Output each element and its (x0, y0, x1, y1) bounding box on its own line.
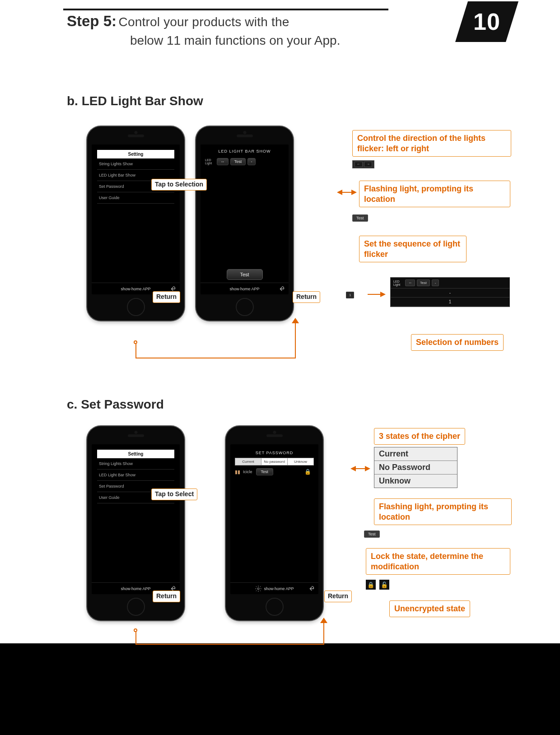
phone-c2: SET PASSWORD Current No password Unknow … (226, 426, 323, 620)
seg-unknow[interactable]: Unknow (288, 458, 313, 465)
menu-item-string-lights[interactable]: String Lights Show (97, 458, 174, 470)
lock-icon[interactable]: 🔒 (304, 469, 311, 475)
step-text-line2: below 11 main functions on your App. (130, 33, 410, 48)
screen-title: LED LIGHT BAR SHOW (201, 144, 289, 155)
lock-closed-icon: 🔒 (366, 580, 376, 590)
callout-flashing-b: Flashing light, prompting its location (359, 181, 510, 207)
password-row: ▮▮ Icicle Test 🔒 (235, 468, 314, 475)
menu-item-string-lights[interactable]: String Lights Show (97, 158, 174, 170)
state-no-password: No Password (374, 461, 457, 474)
return-icon[interactable] (278, 285, 285, 293)
lock-open-icon: 🔓 (379, 580, 389, 590)
connector-b (135, 321, 297, 361)
svg-point-4 (257, 588, 259, 590)
signal-icon: ▮▮ (235, 469, 239, 475)
phone-b2-screen: LED LIGHT BAR SHOW LED Light ↔ Test - Te… (201, 144, 289, 294)
seg-current[interactable]: Current (235, 458, 261, 465)
callout-tap-to-select: Tap to Select (151, 488, 197, 500)
page-number-badge: 10 (455, 1, 518, 42)
cipher-states-table: Current No Password Unknow (374, 447, 457, 488)
home-button-icon (127, 598, 145, 616)
minus-button[interactable]: - (247, 158, 256, 165)
test-chip[interactable]: Test (417, 279, 430, 286)
seg-no-password[interactable]: No password (261, 458, 288, 465)
screen-title: SET PASSWORD (230, 444, 318, 455)
gear-icon (255, 585, 262, 592)
svg-marker-6 (320, 618, 327, 623)
callout-unencrypted: Unencrypted state (389, 600, 470, 617)
menu-item-user-guide[interactable]: User Guide (97, 192, 174, 204)
lock-icons: 🔒 🔓 (366, 580, 389, 590)
screen-footer: show·home APP (230, 582, 318, 594)
callout-numbers: Selection of numbers (411, 334, 504, 351)
number-option[interactable]: 1 (391, 298, 509, 307)
step-label: Step 5: (67, 13, 117, 29)
callout-lock: Lock the state, determine the modificati… (366, 548, 510, 575)
number-option[interactable]: - (391, 288, 509, 298)
test-button[interactable]: Test (256, 468, 274, 475)
test-button-small[interactable]: Test (230, 158, 246, 165)
numbers-panel: LED Light ↔ Test - - 1 (390, 277, 510, 307)
row-name: Icicle (243, 470, 252, 474)
phone-c1-screen: Setting String Lights Show LED Light Bar… (92, 444, 180, 594)
direction-button[interactable]: ↔ (217, 158, 229, 165)
header-rule (63, 9, 388, 10)
callout-return-c2: Return (324, 591, 352, 602)
callout-direction: Control the direction of the lights flic… (352, 130, 511, 157)
callout-return-c1: Return (153, 591, 180, 602)
connector-c (135, 620, 325, 652)
manual-page: 10 Step 5: Control your products with th… (0, 0, 560, 643)
phone-b2: LED LIGHT BAR SHOW LED Light ↔ Test - Te… (196, 126, 293, 321)
step-heading: Step 5: Control your products with the b… (67, 13, 410, 48)
state-unknow: Unknow (374, 474, 457, 488)
test-mini-icon: Test (352, 213, 368, 222)
screen-footer: show·home APP (201, 283, 289, 294)
home-button-icon (266, 598, 284, 616)
test-mini-icon: Test (364, 529, 380, 538)
step-text-line1: Control your products with the (118, 15, 289, 29)
menu-item-led-light-bar[interactable]: LED Light Bar Show (97, 470, 174, 481)
double-arrow-icon (337, 189, 357, 198)
home-button-icon (236, 298, 254, 316)
setting-header[interactable]: Setting (97, 150, 174, 158)
callout-states: 3 states of the cipher (374, 428, 465, 445)
home-button-icon (127, 298, 145, 316)
arrow-right-icon (366, 291, 386, 300)
cipher-segmented-control[interactable]: Current No password Unknow (235, 458, 314, 465)
svg-marker-3 (292, 318, 299, 323)
direction-mini-icon: ← → (352, 159, 374, 168)
phone-c2-screen: SET PASSWORD Current No password Unknow … (230, 444, 318, 594)
callout-sequence: Set the sequence of light flicker (359, 236, 467, 262)
section-b-title: b. LED Light Bar Show (67, 94, 203, 108)
led-row: LED Light ↔ Test - (205, 158, 284, 165)
minus-chip[interactable]: - (432, 279, 439, 286)
callout-flashing-c: Flashing light, prompting its location (374, 498, 512, 525)
section-c-title: c. Set Password (67, 397, 164, 412)
row-chip: 1 (346, 290, 354, 298)
test-button-large[interactable]: Test (227, 269, 263, 280)
phone-b1-screen: Setting String Lights Show LED Light Bar… (92, 144, 180, 294)
direction-chip[interactable]: ↔ (405, 279, 415, 286)
setting-header[interactable]: Setting (97, 450, 174, 458)
page-number: 10 (473, 8, 500, 35)
callout-return-b1: Return (153, 291, 180, 303)
return-icon[interactable] (308, 585, 315, 592)
callout-tap-to-selection: Tap to Selection (151, 179, 207, 191)
state-current: Current (374, 447, 457, 461)
callout-return-b2: Return (293, 291, 320, 303)
double-arrow-icon (350, 465, 370, 474)
led-label: LED Light (205, 158, 215, 165)
